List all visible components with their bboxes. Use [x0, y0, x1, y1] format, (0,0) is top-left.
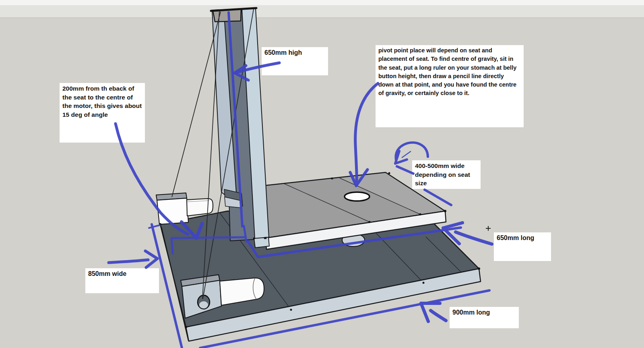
- label-base-length: 900mm long: [450, 307, 519, 328]
- sky-band-top: [0, 0, 644, 5]
- label-height: 650mm high: [262, 47, 328, 75]
- label-base-width: 850mm wide: [85, 268, 159, 293]
- pivot-hole: [345, 192, 369, 201]
- post-foot: [254, 237, 269, 248]
- label-motor-offset: 200mm from th eback of the seat to the c…: [60, 83, 145, 143]
- sky-band: [0, 5, 644, 18]
- label-pivot-note: pivot point place will depend on seat an…: [376, 45, 524, 127]
- lower-motor-hole-inner: [199, 301, 208, 309]
- upper-motor-block: [157, 198, 188, 224]
- sketchup-diagram-screenshot: 650mm high 200mm from th eback of the se…: [0, 0, 644, 348]
- label-seat-length: 650mm long: [494, 232, 551, 261]
- label-seat-width: 400-500mm wide depending on seat size: [412, 160, 481, 189]
